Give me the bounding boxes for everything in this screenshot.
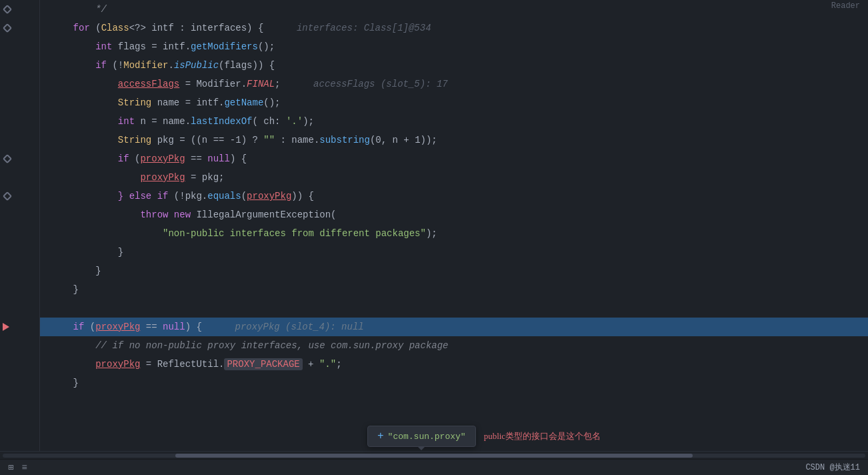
gutter-line — [0, 280, 39, 299]
code-line — [40, 299, 868, 318]
gutter-line — [0, 19, 39, 37]
code-token: ( — [241, 191, 247, 201]
gutter-line — [0, 355, 39, 374]
code-token: ; — [336, 359, 341, 370]
hint-text: interfaces: Class[1]@534 — [274, 23, 431, 33]
tooltip-text: "com.sun.proxy" — [388, 432, 466, 442]
code-token: PROXY_PACKAGE — [224, 358, 302, 370]
code-token: } — [51, 266, 101, 276]
editor-container: Reader */ for ( Class <?> intf : interfa… — [0, 0, 868, 475]
status-text: CSDN @执迷11 — [805, 462, 860, 473]
code-token: (0, n + 1)); — [370, 135, 437, 145]
gutter-line — [0, 243, 39, 262]
code-token: getModifiers — [191, 41, 258, 52]
code-token: <?> intf : interfaces) { — [129, 23, 264, 33]
code-line: proxyPkg = pkg; — [40, 168, 868, 187]
code-line: "non-public interfaces from different pa… — [40, 224, 868, 243]
code-token: ( — [84, 322, 95, 332]
code-token: getName — [224, 97, 263, 108]
code-token: "" — [263, 135, 275, 145]
code-token: String — [118, 135, 151, 145]
code-token: if — [95, 60, 107, 71]
code-token: proxyPkg — [140, 172, 185, 183]
code-token: } — [51, 284, 79, 295]
code-token: } — [51, 378, 79, 388]
code-token — [51, 153, 118, 164]
code-token: proxyPkg — [247, 191, 291, 201]
code-token — [51, 116, 118, 127]
gutter-line — [0, 336, 39, 355]
scrollbar-thumb[interactable] — [175, 454, 693, 458]
code-token: proxyPkg — [140, 153, 185, 164]
grid-icon[interactable]: ⊞ — [8, 462, 13, 473]
autocomplete-tooltip[interactable]: + "com.sun.proxy" public类型的接口会是这个包名 — [367, 426, 601, 447]
code-token: int — [95, 41, 112, 52]
code-token — [51, 135, 118, 145]
code-token: = ReflectUtil. — [140, 359, 224, 370]
code-area: Reader */ for ( Class <?> intf : interfa… — [0, 0, 868, 451]
plus-icon: + — [377, 430, 384, 442]
code-token: FINAL — [247, 79, 275, 89]
code-token: // if no non-public proxy interfaces, us… — [95, 340, 448, 351]
code-token — [51, 340, 95, 351]
gutter-line — [0, 112, 39, 131]
code-token — [51, 79, 118, 89]
scrollbar-track[interactable] — [3, 454, 865, 458]
code-token: ( — [129, 153, 141, 164]
code-token: flags = intf. — [112, 41, 191, 52]
code-token: ) { — [230, 153, 247, 164]
gutter-line — [0, 131, 39, 149]
horizontal-scrollbar[interactable] — [0, 451, 868, 459]
code-token: == — [140, 322, 163, 332]
code-token: pkg = ((n == -1) ? — [151, 135, 263, 145]
code-token: } else if — [118, 191, 169, 201]
code-line: accessFlags = Modifier. FINAL ; accessFl… — [40, 75, 868, 93]
code-token: == — [185, 153, 208, 164]
list-icon[interactable]: ≡ — [21, 462, 27, 473]
gutter-line — [0, 224, 39, 243]
code-content: Reader */ for ( Class <?> intf : interfa… — [40, 0, 868, 451]
code-line: for ( Class <?> intf : interfaces) { int… — [40, 19, 868, 37]
code-token: (flags)) { — [219, 60, 275, 71]
code-token: isPublic — [174, 60, 219, 71]
code-token — [51, 41, 95, 52]
code-token: ); — [426, 228, 437, 239]
code-line: } — [40, 243, 868, 262]
code-token: (); — [263, 97, 280, 108]
status-bar: ⊞ ≡ CSDN @执迷11 — [0, 459, 868, 475]
code-token: */ — [51, 4, 107, 15]
gutter-line — [0, 56, 39, 75]
code-line: int n = name. lastIndexOf ( ch: '.' ); — [40, 112, 868, 131]
code-token — [51, 228, 163, 239]
code-token: = Modifier. — [179, 79, 247, 89]
code-token: throw — [140, 209, 168, 220]
code-token: ; — [275, 79, 280, 89]
code-token: if — [73, 322, 85, 332]
gutter-line — [0, 149, 39, 168]
code-token: lastIndexOf — [191, 116, 252, 127]
code-token: substring — [319, 135, 370, 145]
code-token — [51, 60, 95, 71]
code-token: proxyPkg — [95, 322, 140, 332]
code-token: proxyPkg — [95, 359, 140, 370]
code-token: accessFlags — [118, 79, 179, 89]
gutter-line — [0, 318, 39, 336]
code-token: ) { — [185, 322, 202, 332]
code-token: (); — [258, 41, 275, 52]
code-token — [51, 322, 73, 332]
status-right: CSDN @执迷11 — [805, 462, 860, 473]
code-token: )) { — [291, 191, 314, 201]
tooltip-arrow — [417, 446, 425, 450]
gutter-line — [0, 374, 39, 392]
gutter-line — [0, 168, 39, 187]
gutter-line — [0, 187, 39, 205]
code-token — [51, 23, 73, 33]
code-token: : name. — [275, 135, 319, 145]
code-line: int flags = intf. getModifiers (); — [40, 37, 868, 56]
code-line: // if no non-public proxy interfaces, us… — [40, 336, 868, 355]
tooltip-box[interactable]: + "com.sun.proxy" — [367, 426, 476, 447]
code-token: for — [73, 23, 90, 33]
code-line: String name = intf. getName (); — [40, 93, 868, 112]
code-line: } — [40, 374, 868, 392]
breakpoint-icon — [3, 154, 12, 163]
